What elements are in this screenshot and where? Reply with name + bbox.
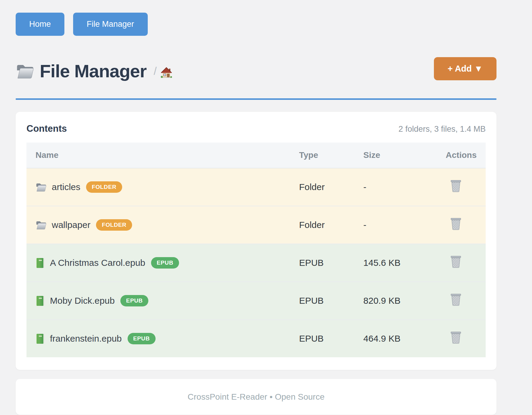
item-type: EPUB bbox=[290, 282, 354, 320]
nav-bar: Home File Manager bbox=[16, 13, 496, 36]
contents-heading: Contents bbox=[26, 123, 67, 134]
book-icon bbox=[36, 258, 45, 268]
item-type: Folder bbox=[290, 206, 354, 244]
type-badge: EPUB bbox=[120, 295, 148, 306]
item-name[interactable]: wallpaper bbox=[52, 220, 90, 230]
folder-icon bbox=[16, 63, 34, 79]
type-badge: FOLDER bbox=[86, 181, 122, 193]
trash-icon bbox=[450, 331, 462, 344]
trash-icon bbox=[450, 217, 462, 230]
column-header-type: Type bbox=[290, 143, 354, 168]
table-row[interactable]: frankenstein.epub EPUB EPUB 464.9 KB bbox=[26, 320, 486, 357]
trash-icon bbox=[450, 255, 462, 268]
footer-card: CrossPoint E-Reader • Open Source bbox=[16, 379, 496, 415]
type-badge: FOLDER bbox=[96, 219, 132, 231]
contents-card: Contents 2 folders, 3 files, 1.4 MB Name… bbox=[16, 112, 496, 370]
type-badge: EPUB bbox=[151, 257, 179, 269]
footer-text: CrossPoint E-Reader • Open Source bbox=[188, 392, 325, 402]
column-header-size: Size bbox=[354, 143, 442, 168]
column-header-name: Name bbox=[26, 143, 290, 168]
folder-icon bbox=[36, 182, 47, 192]
column-header-actions: Actions bbox=[442, 143, 486, 168]
delete-button[interactable] bbox=[450, 217, 462, 230]
page-header: File Manager / + Add ▼ bbox=[16, 57, 496, 80]
table-row[interactable]: wallpaper FOLDER Folder - bbox=[26, 206, 486, 244]
item-name[interactable]: A Christmas Carol.epub bbox=[50, 258, 145, 268]
item-type: Folder bbox=[290, 168, 354, 206]
delete-button[interactable] bbox=[450, 331, 462, 344]
add-button[interactable]: + Add ▼ bbox=[434, 57, 496, 80]
home-breadcrumb-icon[interactable] bbox=[160, 67, 172, 79]
table-row[interactable]: A Christmas Carol.epub EPUB EPUB 145.6 K… bbox=[26, 244, 486, 282]
delete-button[interactable] bbox=[450, 180, 462, 192]
item-type: EPUB bbox=[290, 320, 354, 357]
item-name[interactable]: Moby Dick.epub bbox=[50, 296, 115, 306]
item-size: - bbox=[354, 206, 442, 244]
header-divider bbox=[16, 98, 496, 100]
item-type: EPUB bbox=[290, 244, 354, 282]
item-size: - bbox=[354, 168, 442, 206]
nav-button-file-manager[interactable]: File Manager bbox=[73, 13, 148, 36]
files-table: Name Type Size Actions articles bbox=[26, 143, 486, 357]
page-title: File Manager bbox=[40, 61, 147, 81]
item-size: 145.6 KB bbox=[354, 244, 442, 282]
table-header-row: Name Type Size Actions bbox=[26, 143, 486, 168]
trash-icon bbox=[450, 180, 462, 192]
delete-button[interactable] bbox=[450, 255, 462, 268]
nav-button-home[interactable]: Home bbox=[16, 13, 64, 36]
folder-icon bbox=[36, 220, 47, 230]
type-badge: EPUB bbox=[128, 333, 156, 344]
item-size: 820.9 KB bbox=[354, 282, 442, 320]
book-icon bbox=[36, 334, 45, 344]
breadcrumb-separator: / bbox=[154, 65, 157, 78]
table-row[interactable]: articles FOLDER Folder - bbox=[26, 168, 486, 206]
contents-card-header: Contents 2 folders, 3 files, 1.4 MB bbox=[26, 123, 486, 134]
item-name[interactable]: frankenstein.epub bbox=[50, 334, 122, 344]
item-name[interactable]: articles bbox=[52, 182, 80, 192]
table-row[interactable]: Moby Dick.epub EPUB EPUB 820.9 KB bbox=[26, 282, 486, 320]
trash-icon bbox=[450, 293, 462, 306]
page: Home File Manager File Manager / bbox=[16, 0, 496, 415]
item-size: 464.9 KB bbox=[354, 320, 442, 357]
delete-button[interactable] bbox=[450, 293, 462, 306]
contents-summary: 2 folders, 3 files, 1.4 MB bbox=[398, 124, 486, 134]
book-icon bbox=[36, 296, 45, 306]
title-group: File Manager / bbox=[16, 61, 172, 81]
